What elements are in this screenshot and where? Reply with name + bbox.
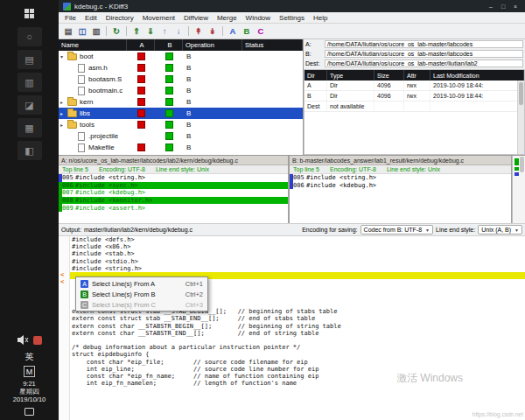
- pane-b-editor[interactable]: 005#include <string.h>006#include <kdebu…: [290, 174, 511, 223]
- menu-item-directory[interactable]: Directory: [102, 14, 138, 22]
- menu-item-select-from-a[interactable]: ASelect Line(s) From ACtrl+1: [77, 278, 206, 289]
- tree-row-tools[interactable]: ▸toolsB: [59, 119, 303, 130]
- tree-row-projectile[interactable]: .projectileB: [59, 130, 303, 142]
- code-line: 009#include <assert.h>: [59, 204, 288, 212]
- close-button[interactable]: ×: [510, 4, 521, 10]
- dir-info-table-header[interactable]: DirTypeSizeAttrLast Modification: [304, 70, 524, 80]
- pane-b-title[interactable]: B: b-master/labcodes_answer/lab1_result/…: [290, 156, 511, 165]
- pane-b-infobar: Top line 5 Encoding: UTF-8 Line end styl…: [290, 165, 511, 174]
- overview-scrollbar-thumb[interactable]: [520, 157, 524, 172]
- windows-logo-icon: [24, 9, 34, 18]
- open-file-icon[interactable]: ▤: [61, 24, 75, 38]
- select-c-icon[interactable]: C: [254, 24, 268, 38]
- tree-row-bootmain.c[interactable]: bootmain.cB: [59, 85, 303, 96]
- expander-closed-icon[interactable]: ▸: [60, 110, 67, 116]
- output-code-line: struct eipdebuginfo {: [59, 351, 525, 358]
- taskbar-app-2[interactable]: ▤: [18, 50, 42, 69]
- overview-column[interactable]: [512, 156, 525, 223]
- tree-row-asm.h[interactable]: asm.hB: [59, 62, 303, 74]
- tray-app-icon[interactable]: [33, 336, 42, 345]
- info-scrollbar[interactable]: [517, 80, 524, 154]
- taskbar-app-3[interactable]: ▥: [18, 73, 42, 92]
- volume-muted-icon[interactable]: [18, 332, 29, 348]
- taskbar-app-5[interactable]: ▦: [18, 118, 42, 137]
- expander-closed-icon[interactable]: ▸: [60, 122, 67, 128]
- go-next-delta-icon[interactable]: ⇓: [144, 24, 158, 38]
- tree-item-label: bootasm.S: [88, 75, 122, 83]
- tree-row-bootasm.S[interactable]: bootasm.SB: [59, 74, 303, 85]
- menu-item-label: Select Line(s) From B: [92, 290, 182, 298]
- pane-a-editor[interactable]: 005#include <string.h>006#include <sync.…: [59, 174, 288, 223]
- status-cell: [242, 85, 303, 96]
- line-end-select[interactable]: Unix (A, B) ▼: [478, 225, 522, 234]
- tree-row-boot[interactable]: ▾bootB: [59, 51, 303, 62]
- go-top-icon[interactable]: ↑: [158, 24, 172, 38]
- expander-open-icon[interactable]: ▾: [60, 53, 67, 60]
- tree-header[interactable]: NameABOperationStatus: [59, 39, 303, 51]
- tree-row-Makefile[interactable]: MakefileB: [59, 142, 303, 153]
- pane-a-infobar: Top line 5 Encoding: UTF-8 Line end styl…: [59, 165, 288, 174]
- title-bar[interactable]: kdebug.c - KDiff3 –□×: [59, 0, 525, 12]
- window-title: kdebug.c - KDiff3: [74, 3, 482, 10]
- menu-item-select-from-b[interactable]: BSelect Line(s) From BCtrl+2: [77, 289, 206, 299]
- line-number: 005: [62, 174, 75, 181]
- toolbar: ▤◫▥↻⇑⇓↑↓↟↡ABC: [59, 24, 525, 39]
- menu-item-window[interactable]: Window: [242, 14, 275, 22]
- start-button[interactable]: [0, 3, 59, 24]
- path-b-label: B:: [305, 51, 323, 57]
- expander-closed-icon[interactable]: ▸: [60, 99, 67, 105]
- taskbar-app-1[interactable]: ○: [18, 27, 42, 46]
- print-icon[interactable]: ▥: [89, 24, 103, 38]
- taskbar-app-4[interactable]: ◪: [18, 95, 42, 115]
- select-b-icon[interactable]: B: [240, 24, 254, 38]
- tree-item-label: bootmain.c: [88, 87, 122, 94]
- output-editor[interactable]: < < #include <defs.h>#include <x86.h>#in…: [59, 236, 525, 420]
- diff-status-square-a: [137, 64, 145, 72]
- tree-row-kern[interactable]: ▸kernB: [59, 96, 303, 108]
- reload-icon[interactable]: ↻: [109, 24, 123, 38]
- scrollbar-thumb[interactable]: [519, 82, 523, 105]
- minimize-button[interactable]: –: [486, 4, 496, 10]
- output-code-line: #include <stab.h>: [59, 250, 525, 257]
- notification-center-icon[interactable]: [24, 408, 34, 416]
- ime-language-indicator[interactable]: 英: [25, 351, 34, 363]
- info-row-dest[interactable]: Destnot available: [304, 102, 524, 112]
- info-row-a[interactable]: ADir4096rwx2019-10-09 18:44:: [304, 80, 524, 91]
- tree-row-libs[interactable]: ▸libsB: [59, 108, 303, 119]
- next-unsolved-conflict-icon[interactable]: ↡: [206, 24, 220, 38]
- output-code-line: extern const char __STABSTR_END__[]; // …: [59, 330, 525, 337]
- menu-item-merge[interactable]: Merge: [213, 14, 242, 22]
- file-icon: [78, 132, 85, 141]
- operation-cell: B: [183, 130, 242, 142]
- go-bottom-icon[interactable]: ↓: [172, 24, 186, 38]
- output-code-line: [59, 337, 525, 344]
- directory-info-panel: A: /home/DATA/liutian/os/ucore_os_lab-ma…: [304, 39, 525, 155]
- info-row-b[interactable]: BDir4096rwx2019-10-09 18:44:: [304, 91, 524, 102]
- line-end-style-label: Line end style:: [436, 227, 475, 233]
- clock-date: 2019/10/10: [13, 396, 46, 403]
- menu-item-movement[interactable]: Movement: [138, 14, 179, 22]
- go-prev-delta-icon[interactable]: ⇑: [130, 24, 144, 38]
- diff-status-square-b: [165, 132, 173, 140]
- menu-item-diffview[interactable]: Diffview: [179, 14, 213, 22]
- encoding-select[interactable]: Codec from B: UTF-8 ▼: [360, 225, 433, 234]
- save-icon[interactable]: ◫: [75, 24, 89, 38]
- diff-status-square-a: [137, 87, 145, 94]
- conflict-marker-icon: <: [60, 278, 64, 285]
- menu-item-help[interactable]: Help: [309, 14, 332, 22]
- path-b-value: /home/DATA/liutian/os/ucore_os_lab-maste…: [325, 50, 523, 58]
- file-icon: [78, 144, 85, 152]
- taskbar-clock[interactable]: 9:21 星期四 2019/10/10: [13, 380, 46, 403]
- menu-item-settings[interactable]: Settings: [275, 14, 309, 22]
- prev-unsolved-conflict-icon[interactable]: ↟: [192, 24, 206, 38]
- overview-diff-mark: [514, 158, 519, 165]
- pane-a-title[interactable]: A: n/os/ucore_os_lab-master/labcodes/lab…: [59, 156, 288, 165]
- menu-item-file[interactable]: File: [60, 14, 80, 22]
- ime-mode-icon[interactable]: M: [24, 366, 35, 377]
- directory-tree: NameABOperationStatus ▾bootBasm.hBbootas…: [59, 39, 304, 155]
- select-a-icon[interactable]: A: [226, 24, 240, 38]
- menu-item-edit[interactable]: Edit: [80, 14, 102, 22]
- pane-a-encoding: Encoding: UTF-8: [99, 166, 145, 172]
- maximize-button[interactable]: □: [498, 4, 508, 10]
- taskbar-app-6[interactable]: ◧: [18, 141, 42, 160]
